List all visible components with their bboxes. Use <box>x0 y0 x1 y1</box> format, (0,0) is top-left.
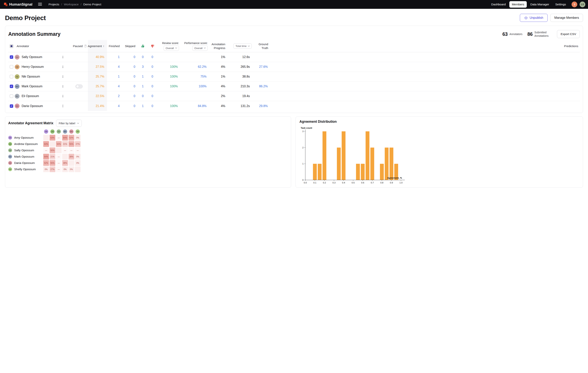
manage-members-button[interactable]: Manage Members <box>550 14 583 22</box>
skipped-count[interactable]: 0 <box>134 104 135 108</box>
paused-cell <box>70 101 88 111</box>
row-menu-icon[interactable] <box>62 104 64 108</box>
row-checkbox[interactable] <box>10 94 13 98</box>
row-menu-icon[interactable] <box>62 55 64 59</box>
skipped-count[interactable]: 0 <box>134 75 135 78</box>
filter-by-label-select[interactable]: Filter by label <box>56 120 82 127</box>
hamburger-menu-icon[interactable] <box>37 2 43 7</box>
chevron-down-icon <box>77 123 79 124</box>
finished-count[interactable]: 1 <box>118 75 120 78</box>
row-select-cell <box>8 62 15 72</box>
ground-truth-value[interactable]: 86.2% <box>259 85 268 88</box>
svg-text:0.4: 0.4 <box>342 181 345 184</box>
finished-count[interactable]: 4 <box>118 104 120 108</box>
breadcrumb-demo-project[interactable]: Demo Project <box>83 3 101 6</box>
row-checkbox[interactable] <box>10 75 13 78</box>
total-time-select[interactable]: Total time <box>233 43 252 49</box>
accepted-count[interactable]: 0 <box>142 55 144 59</box>
humansignal-logo-icon <box>4 2 8 6</box>
nav-link-members[interactable]: Members <box>509 1 527 8</box>
accepted-count[interactable]: 1 <box>142 75 144 78</box>
rejected-count[interactable]: 0 <box>152 85 153 88</box>
skipped-count[interactable]: 0 <box>134 55 135 59</box>
finished-count[interactable]: 2 <box>118 94 120 98</box>
finished-count[interactable]: 4 <box>118 85 120 88</box>
matrix-cell: 50% <box>56 141 62 147</box>
performance-score-value[interactable]: 100% <box>199 85 207 88</box>
row-menu-icon[interactable] <box>62 75 64 79</box>
finished-count[interactable]: 1 <box>118 55 120 59</box>
brand[interactable]: HumanSignal <box>4 2 32 7</box>
finished-cell: 4 <box>107 82 122 91</box>
rejected-cell: 0 <box>147 82 157 91</box>
accepted-count[interactable]: 0 <box>142 94 144 98</box>
performance-score-select[interactable]: Overall <box>192 46 208 51</box>
annotator-name[interactable]: Sally Opossum <box>22 55 42 59</box>
paused-toggle[interactable] <box>75 85 83 88</box>
rejected-count[interactable]: 0 <box>152 55 153 59</box>
row-checkbox[interactable] <box>10 85 13 88</box>
performance-score-value[interactable]: 84.8% <box>198 104 207 108</box>
row-checkbox[interactable] <box>10 65 13 69</box>
row-checkbox[interactable] <box>10 55 13 59</box>
nav-link-settings[interactable]: Settings <box>553 1 568 8</box>
annotators-count: 63 <box>503 32 508 37</box>
agreement-value: 25.7% <box>96 85 104 88</box>
matrix-cell: 64% <box>62 135 68 140</box>
nav-link-data-manager[interactable]: Data Manager <box>528 1 552 8</box>
column-ground-truth-header: Ground Truth <box>252 40 271 52</box>
annotator-name[interactable]: Henry Opossum <box>22 65 44 69</box>
review-score-value[interactable]: 100% <box>170 75 178 78</box>
annotator-cell: HEHenry Opossum <box>15 62 70 72</box>
agreement-cell: 22.5% <box>88 91 107 101</box>
review-score-select[interactable]: Overall <box>164 46 179 51</box>
paused-help-icon[interactable]: ? <box>84 45 87 47</box>
accepted-count[interactable]: 1 <box>142 85 144 88</box>
skipped-count[interactable]: 0 <box>134 85 135 88</box>
accepted-count[interactable]: 1 <box>142 104 144 108</box>
skipped-count[interactable]: 0 <box>134 94 135 98</box>
skipped-count[interactable]: 0 <box>134 65 135 69</box>
ground-truth-value[interactable]: 27.6% <box>259 65 268 69</box>
user-avatar[interactable]: LS <box>580 1 585 7</box>
avatar: EL <box>15 94 20 99</box>
predictions-cell <box>271 52 580 62</box>
accepted-cell: 0 <box>138 52 147 62</box>
row-menu-icon[interactable] <box>62 94 64 98</box>
nav-link-dashboard[interactable]: Dashboard <box>489 1 508 8</box>
review-score-value[interactable]: 100% <box>170 65 178 69</box>
breadcrumb-projects[interactable]: Projects <box>48 3 59 6</box>
rejected-count[interactable]: 0 <box>152 94 153 98</box>
rejected-count[interactable]: 0 <box>152 75 153 78</box>
help-button[interactable]: ? <box>572 1 577 7</box>
select-all-checkbox[interactable] <box>10 44 13 48</box>
total-time-value: 19.4s <box>242 94 250 98</box>
finished-count[interactable]: 4 <box>118 65 120 69</box>
accepted-cell: 0 <box>138 91 147 101</box>
row-checkbox[interactable] <box>10 104 13 108</box>
annotator-name[interactable]: Daria Opossum <box>22 104 43 108</box>
rejected-count[interactable]: 0 <box>152 65 153 69</box>
export-csv-button[interactable]: Export CSV <box>557 30 580 38</box>
rejected-count[interactable]: 0 <box>152 104 153 108</box>
ground-truth-cell: 86.2% <box>252 82 271 91</box>
annotator-name[interactable]: Eli Opossum <box>22 94 39 98</box>
row-menu-icon[interactable] <box>62 84 64 88</box>
column-agreement-header[interactable]: Agreement ↑ <box>88 40 107 52</box>
column-rejected-header <box>147 40 157 52</box>
annotator-name[interactable]: Nik Opossum <box>22 75 40 78</box>
review-score-value[interactable]: 100% <box>170 85 178 88</box>
matrix-cell: — <box>56 166 62 172</box>
breadcrumb-workspace[interactable]: Workspace <box>64 3 79 6</box>
review-score-value[interactable]: 100% <box>170 104 178 108</box>
performance-score-value[interactable]: 75% <box>200 75 207 78</box>
row-menu-icon[interactable] <box>62 65 64 69</box>
unpublish-button[interactable]: Unpublish <box>520 14 548 22</box>
performance-score-value[interactable]: 62.2% <box>198 65 207 69</box>
column-review-score-header: Review score: Overall <box>157 40 180 52</box>
annotator-name[interactable]: Mark Opossum <box>22 85 42 88</box>
ground-truth-value[interactable]: 29.8% <box>259 104 268 108</box>
accepted-count[interactable]: 3 <box>142 65 144 69</box>
total-time-cell: 12.6s <box>228 52 252 62</box>
matrix-column: AN <box>43 129 49 134</box>
